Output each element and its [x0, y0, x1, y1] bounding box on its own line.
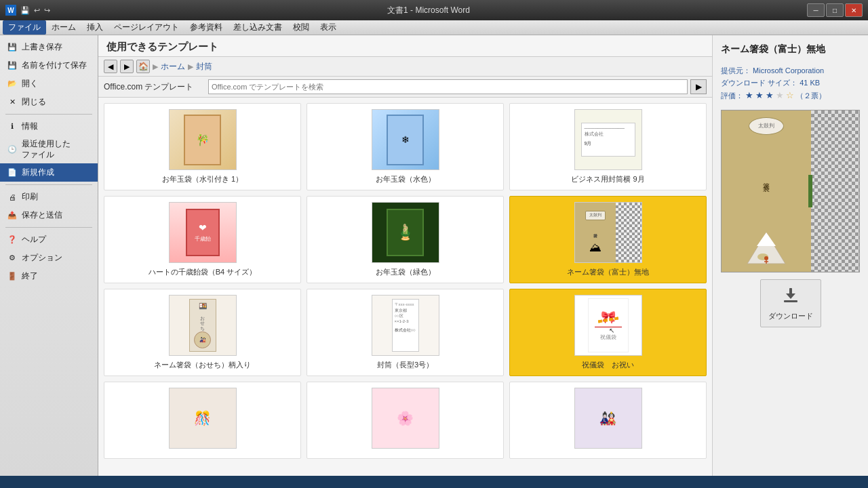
- search-button[interactable]: ▶: [690, 79, 707, 94]
- template-thumb-bottom1: 🎊: [169, 388, 237, 449]
- quick-redo[interactable]: ↪: [44, 6, 50, 15]
- sidebar-item-save-as[interactable]: 💾 名前を付けて保存: [0, 56, 98, 75]
- template-label-green: お年玉袋（緑色）: [376, 267, 435, 277]
- download-button[interactable]: ダウンロード: [760, 279, 821, 327]
- menu-mailings[interactable]: 差し込み文書: [228, 20, 288, 35]
- send-icon: 📤: [7, 210, 18, 221]
- download-label: ダウンロード: [768, 311, 813, 321]
- star-empty-1: ★: [776, 90, 784, 100]
- search-input[interactable]: [208, 79, 688, 94]
- right-panel: ネーム箸袋（富士）無地 提供元： Microsoft Corporation ダ…: [712, 35, 868, 476]
- svg-point-3: [764, 256, 768, 260]
- menu-home[interactable]: ホーム: [46, 20, 81, 35]
- sidebar-item-exit[interactable]: 🚪 終了: [0, 267, 98, 285]
- rating-line: 評価： ★ ★ ★ ★ ☆ （２票）: [721, 89, 860, 103]
- preview-box: 太鼓判 箸袋: [721, 110, 860, 272]
- svg-marker-1: [757, 232, 776, 246]
- title-bar: W 💾 ↩ ↪ 文書1 - Microsoft Word ─ □ ✕: [0, 0, 868, 20]
- sidebar-item-save[interactable]: 💾 上書き保存: [0, 38, 98, 56]
- template-grid-container[interactable]: 🎋 お年玉袋（水引付き 1） ❄ お年玉袋（水色）: [98, 98, 712, 476]
- template-thumb-nagata: 〒xxx-xxxx 東京都○○区××1-2-3 株式会社○○: [372, 295, 439, 356]
- minimize-button[interactable]: ─: [807, 3, 825, 17]
- info-icon: ℹ: [7, 121, 18, 132]
- maximize-button[interactable]: □: [826, 3, 844, 17]
- template-bottom2[interactable]: 🌸: [307, 382, 504, 459]
- nav-home-link[interactable]: ホーム: [161, 61, 185, 73]
- template-osechi[interactable]: 🍱 おせち 🎎 ネーム箸袋（おせち）柄入り: [104, 289, 301, 376]
- content-header: 使用できるテンプレート: [98, 35, 712, 57]
- template-fuji[interactable]: 太鼓判 箸袋 ⛰ ネーム箸袋（富士）無地: [509, 196, 707, 283]
- sidebar-item-new[interactable]: 📄 新規作成: [0, 163, 98, 182]
- menu-review[interactable]: 校閲: [288, 20, 315, 35]
- print-icon: 🖨: [7, 192, 18, 203]
- sidebar-item-help[interactable]: ❓ ヘルプ: [0, 230, 98, 249]
- template-heart[interactable]: ❤ 千歳飴 ハートの千歳飴袋（B4 サイズ）: [104, 196, 301, 283]
- template-label-osechi: ネーム箸袋（おせち）柄入り: [154, 360, 251, 370]
- template-nagata[interactable]: 〒xxx-xxxx 東京都○○区××1-2-3 株式会社○○ 封筒（長型3号）: [307, 289, 504, 376]
- provider-label: 提供元：: [721, 66, 751, 75]
- svg-rect-6: [784, 300, 797, 302]
- right-panel-info: 提供元： Microsoft Corporation ダウンロード サイズ： 4…: [721, 65, 860, 103]
- template-bottom3[interactable]: 🎎: [509, 382, 707, 459]
- nav-current[interactable]: 封筒: [196, 61, 212, 73]
- title-bar-left: W 💾 ↩ ↪: [5, 5, 50, 16]
- sidebar-item-close[interactable]: ✕ 閉じる: [0, 93, 98, 111]
- sidebar-sep-1: [5, 114, 92, 115]
- size-line: ダウンロード サイズ： 41 KB: [721, 77, 860, 89]
- menu-bar: ファイル ホーム 挿入 ページレイアウト 参考資料 差し込み文書 校閲 表示: [0, 20, 868, 35]
- template-otoshidama1[interactable]: 🎋 お年玉袋（水引付き 1）: [104, 103, 301, 190]
- template-thumb-bottom3: 🎎: [574, 388, 642, 449]
- nav-sep: ▶: [153, 62, 158, 71]
- menu-page-layout[interactable]: ページレイアウト: [108, 20, 184, 35]
- template-bottom1[interactable]: 🎊: [104, 382, 301, 459]
- word-icon: W: [5, 5, 16, 16]
- size-value: 41 KB: [800, 79, 820, 87]
- template-business[interactable]: ──────────── 株式会社 9月 ビジネス用封筒横 9月: [509, 103, 707, 190]
- nav-back-button[interactable]: ◀: [104, 60, 117, 73]
- title-bar-controls: ─ □ ✕: [807, 3, 863, 17]
- sidebar-sep-3: [5, 227, 92, 228]
- size-label: ダウンロード サイズ：: [721, 79, 797, 87]
- menu-file[interactable]: ファイル: [3, 20, 46, 35]
- quick-save[interactable]: 💾: [20, 6, 30, 15]
- template-thumb-fuji: 太鼓判 箸袋 ⛰: [574, 202, 642, 263]
- template-green[interactable]: 🎍 お年玉袋（緑色）: [307, 196, 504, 283]
- sidebar-item-send[interactable]: 📤 保存と送信: [0, 206, 98, 224]
- sidebar-item-print[interactable]: 🖨 印刷: [0, 188, 98, 206]
- open-icon: 📂: [7, 79, 18, 89]
- template-shukugi[interactable]: 🎀 祝儀袋 ↖ 祝儀袋 お祝い: [509, 289, 707, 376]
- template-thumb-green: 🎍: [372, 202, 439, 263]
- sidebar-item-options[interactable]: ⚙ オプション: [0, 249, 98, 267]
- right-panel-title: ネーム箸袋（富士）無地: [721, 43, 860, 56]
- template-thumb-otoshidama2: ❄: [372, 109, 439, 170]
- nav-bar: ◀ ▶ 🏠 ▶ ホーム ▶ 封筒: [98, 57, 712, 77]
- quick-undo[interactable]: ↩: [34, 6, 40, 15]
- menu-references[interactable]: 参考資料: [184, 20, 228, 35]
- search-label: Office.com テンプレート: [104, 81, 205, 93]
- template-label-otoshidama2: お年玉袋（水色）: [376, 174, 435, 184]
- nav-home-button[interactable]: 🏠: [136, 60, 150, 73]
- sidebar-item-recent[interactable]: 🕒 最近使用したファイル: [0, 136, 98, 163]
- template-thumb-otoshidama1: 🎋: [169, 109, 237, 170]
- nav-forward-button[interactable]: ▶: [120, 60, 134, 73]
- provider-line: 提供元： Microsoft Corporation: [721, 65, 860, 77]
- template-thumb-shukugi: 🎀 祝儀袋 ↖: [574, 295, 642, 356]
- menu-insert[interactable]: 挿入: [81, 20, 108, 35]
- close-button[interactable]: ✕: [845, 3, 863, 17]
- star-filled-3: ★: [766, 90, 774, 100]
- template-label-otoshidama1: お年玉袋（水引付き 1）: [162, 174, 243, 184]
- save-icon: 💾: [7, 42, 18, 53]
- content-area: 使用できるテンプレート ◀ ▶ 🏠 ▶ ホーム ▶ 封筒 Office.com …: [98, 35, 712, 476]
- close-doc-icon: ✕: [7, 97, 18, 108]
- help-icon: ❓: [7, 235, 18, 245]
- options-icon: ⚙: [7, 253, 18, 264]
- menu-view[interactable]: 表示: [315, 20, 342, 35]
- vote-count: （２票）: [796, 92, 826, 100]
- template-label-fuji: ネーム箸袋（富士）無地: [567, 267, 649, 277]
- template-thumb-bottom2: 🌸: [372, 388, 439, 449]
- sidebar-item-open[interactable]: 📂 開く: [0, 75, 98, 93]
- template-grid: 🎋 お年玉袋（水引付き 1） ❄ お年玉袋（水色）: [104, 103, 707, 459]
- template-otoshidama2[interactable]: ❄ お年玉袋（水色）: [307, 103, 504, 190]
- sidebar-item-info[interactable]: ℹ 情報: [0, 117, 98, 136]
- template-label-shukugi: 祝儀袋 お祝い: [582, 360, 634, 370]
